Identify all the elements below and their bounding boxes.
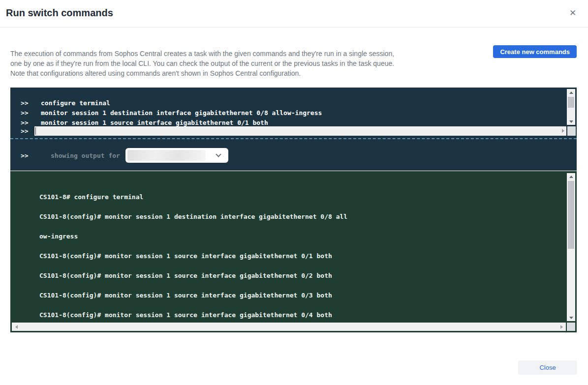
prompt-chevrons: >> <box>21 98 29 108</box>
description-line: The execution of commands from Sophos Ce… <box>10 49 394 59</box>
output-line: CS101-8(config)# monitor session 1 sourc… <box>39 266 562 286</box>
page-title: Run switch commands <box>6 7 113 19</box>
close-button[interactable]: Close <box>518 360 577 375</box>
command-output-panel: CS101-8# configure terminal CS101-8(conf… <box>10 171 577 332</box>
output-line: CS101-8(config)# monitor session 1 sourc… <box>39 286 562 305</box>
scrollbar-thumb[interactable] <box>568 97 574 108</box>
command-line: >>configure terminal <box>21 98 110 108</box>
create-new-commands-button[interactable]: Create new commands <box>493 45 577 58</box>
scrollbar-thumb[interactable] <box>568 181 574 249</box>
description-line: one by one as if they're run from the lo… <box>10 59 394 68</box>
dialog-header: Run switch commands ✕ <box>0 0 588 28</box>
output-line: CS101-8(config)# monitor session 1 desti… <box>39 207 562 227</box>
dashed-separator <box>10 138 577 139</box>
scroll-right-icon[interactable] <box>562 129 564 133</box>
scrollbar-corner <box>567 126 576 136</box>
output-lines: CS101-8# configure terminal CS101-8(conf… <box>39 187 562 325</box>
scroll-right-icon[interactable] <box>558 323 565 331</box>
prompt-chevrons: >> <box>21 108 29 118</box>
close-icon[interactable]: ✕ <box>567 8 578 19</box>
scroll-up-icon[interactable] <box>567 173 575 180</box>
scroll-left-icon[interactable] <box>13 323 20 331</box>
command-text: configure terminal <box>41 99 110 107</box>
scroll-up-icon[interactable] <box>567 89 575 96</box>
scrollbar-corner <box>567 323 575 331</box>
output-line: CS101-8(config)# monitor session 1 sourc… <box>39 305 562 325</box>
command-text: monitor session 1 source interface gigab… <box>41 119 268 126</box>
scroll-down-icon[interactable] <box>567 314 575 321</box>
output-line: CS101-8# configure terminal <box>39 187 562 207</box>
chevron-down-icon <box>216 151 221 157</box>
dialog-description: The execution of commands from Sophos Ce… <box>10 49 394 78</box>
output-selector-row: >> showing output for <box>21 148 228 163</box>
command-input[interactable] <box>34 126 566 136</box>
command-line: >>monitor session 1 destination interfac… <box>21 108 322 118</box>
command-text: monitor session 1 destination interface … <box>41 109 322 117</box>
output-target-dropdown[interactable] <box>125 148 228 163</box>
output-line: ow-ingress <box>39 227 562 246</box>
description-line: Note that configurations altered using c… <box>10 68 394 78</box>
command-vertical-scrollbar[interactable] <box>567 89 575 125</box>
prompt-chevrons: >> <box>21 152 29 159</box>
dropdown-loading-shimmer <box>127 150 206 161</box>
showing-output-for-label: showing output for <box>51 152 120 159</box>
command-input-row: >> <box>10 126 577 136</box>
output-horizontal-scrollbar[interactable] <box>12 323 566 331</box>
text-caret <box>35 127 36 135</box>
prompt-chevrons: >> <box>21 126 29 136</box>
output-vertical-scrollbar[interactable] <box>567 173 575 321</box>
output-line: CS101-8(config)# monitor session 1 sourc… <box>39 246 562 266</box>
command-entry-panel[interactable]: >>configure terminal >>monitor session 1… <box>10 88 577 171</box>
scroll-down-icon[interactable] <box>567 118 575 125</box>
run-switch-commands-dialog: Run switch commands ✕ The execution of c… <box>0 0 588 385</box>
